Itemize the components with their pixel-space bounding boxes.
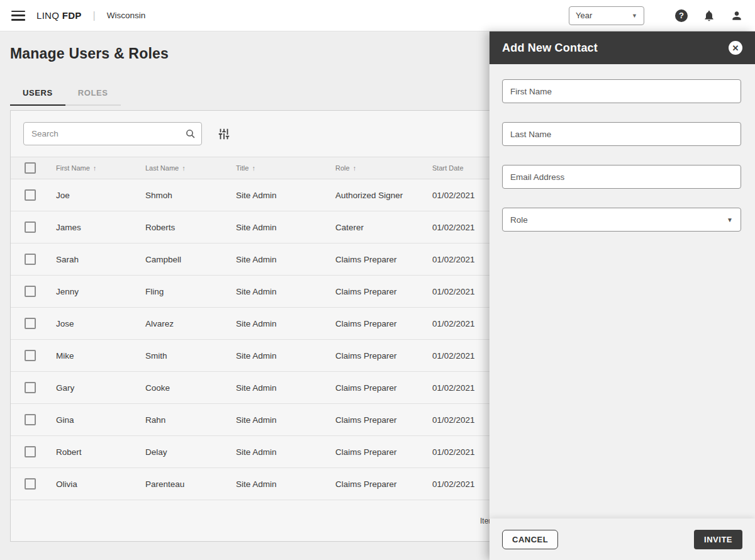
email-address-field[interactable]: [502, 165, 741, 189]
cell-role: Claims Preparer: [335, 287, 432, 296]
help-icon: ?: [675, 9, 688, 22]
tune-icon: [217, 127, 231, 141]
invite-button[interactable]: INVITE: [694, 530, 742, 549]
brand-secondary: FDP: [62, 10, 82, 21]
cell-last-name: Roberts: [145, 223, 236, 232]
cell-role: Claims Preparer: [335, 255, 432, 264]
chevron-down-icon: ▼: [727, 216, 733, 223]
account-button[interactable]: [730, 9, 744, 23]
cell-first-name: Gina: [56, 415, 145, 425]
row-checkbox[interactable]: [25, 478, 36, 490]
year-select-value: Year: [576, 11, 592, 20]
cell-last-name: Delay: [145, 447, 236, 457]
cell-role: Caterer: [335, 223, 432, 232]
cell-last-name: Campbell: [145, 255, 236, 264]
brand-logo: LINQ FDP: [36, 10, 82, 21]
row-checkbox[interactable]: [25, 286, 36, 297]
row-checkbox[interactable]: [25, 318, 36, 329]
column-header-first-name[interactable]: First Name↑: [56, 164, 145, 172]
cell-first-name: Jose: [56, 319, 145, 328]
select-all-checkbox[interactable]: [25, 162, 36, 174]
drawer-footer: CANCEL INVITE: [489, 518, 755, 560]
search-input[interactable]: [23, 122, 202, 145]
tab-roles[interactable]: ROLES: [65, 82, 121, 106]
cell-role: Claims Preparer: [335, 447, 432, 457]
cell-first-name: James: [56, 223, 145, 232]
add-new-contact-drawer: Add New Contact ✕ Role ▼ CANCEL INVITE: [489, 31, 755, 560]
cancel-button[interactable]: CANCEL: [502, 530, 558, 549]
topbar: LINQ FDP | Wisconsin Year ▼ ?: [0, 0, 755, 31]
cell-first-name: Robert: [56, 447, 145, 457]
year-select[interactable]: Year ▼: [569, 6, 644, 25]
row-checkbox[interactable]: [25, 350, 36, 361]
search-icon: [185, 128, 196, 139]
cell-title: Site Admin: [236, 447, 335, 457]
row-checkbox[interactable]: [25, 189, 36, 201]
cell-role: Claims Preparer: [335, 319, 432, 328]
row-checkbox[interactable]: [25, 382, 36, 393]
page-title: Manage Users & Roles: [10, 45, 169, 62]
cell-last-name: Rahn: [145, 415, 236, 425]
drawer-body: Role ▼: [489, 64, 755, 518]
role-select[interactable]: Role ▼: [502, 208, 741, 232]
cell-first-name: Olivia: [56, 479, 145, 489]
cell-first-name: Sarah: [56, 255, 145, 264]
notifications-button[interactable]: [702, 9, 716, 23]
cell-first-name: Joe: [56, 191, 145, 200]
cell-title: Site Admin: [236, 287, 335, 296]
row-checkbox[interactable]: [25, 414, 36, 425]
cell-last-name: Alvarez: [145, 319, 236, 328]
last-name-field[interactable]: [502, 122, 741, 146]
sort-asc-icon: ↑: [353, 164, 357, 172]
cell-first-name: Gary: [56, 383, 145, 393]
cell-title: Site Admin: [236, 479, 335, 489]
chevron-down-icon: ▼: [632, 13, 637, 19]
cell-role: Claims Preparer: [335, 479, 432, 489]
cell-role: Authorized Signer: [335, 191, 432, 200]
person-icon: [730, 9, 743, 22]
column-header-role[interactable]: Role↑: [335, 164, 432, 172]
close-icon[interactable]: ✕: [729, 41, 742, 55]
cell-last-name: Smith: [145, 351, 236, 361]
cell-last-name: Fling: [145, 287, 236, 296]
sort-asc-icon: ↑: [93, 164, 97, 172]
cell-last-name: Cooke: [145, 383, 236, 393]
tabs: USERS ROLES: [10, 82, 121, 106]
sort-asc-icon: ↑: [182, 164, 186, 172]
filter-button[interactable]: [217, 127, 231, 141]
cell-title: Site Admin: [236, 319, 335, 328]
row-checkbox[interactable]: [25, 221, 36, 233]
cell-title: Site Admin: [236, 191, 335, 200]
cell-first-name: Jenny: [56, 287, 145, 296]
first-name-field[interactable]: [502, 79, 741, 103]
cell-title: Site Admin: [236, 223, 335, 232]
sort-asc-icon: ↑: [252, 164, 255, 172]
cell-first-name: Mike: [56, 351, 145, 361]
brand-primary: LINQ: [36, 10, 59, 21]
hamburger-menu-icon[interactable]: [11, 11, 25, 21]
cell-role: Claims Preparer: [335, 383, 432, 393]
role-select-placeholder: Role: [510, 215, 528, 225]
district-name: Wisconsin: [107, 11, 146, 20]
cell-role: Claims Preparer: [335, 351, 432, 361]
bell-icon: [703, 9, 715, 22]
drawer-header: Add New Contact ✕: [489, 31, 755, 64]
help-button[interactable]: ?: [674, 9, 688, 23]
cell-last-name: Shmoh: [145, 191, 236, 200]
cell-title: Site Admin: [236, 415, 335, 425]
cell-title: Site Admin: [236, 351, 335, 361]
row-checkbox[interactable]: [25, 254, 36, 265]
topbar-divider: |: [93, 10, 96, 21]
cell-title: Site Admin: [236, 383, 335, 393]
cell-title: Site Admin: [236, 255, 335, 264]
column-header-title[interactable]: Title↑: [236, 164, 335, 172]
column-header-last-name[interactable]: Last Name↑: [145, 164, 236, 172]
cell-role: Claims Preparer: [335, 415, 432, 425]
row-checkbox[interactable]: [25, 446, 36, 457]
tab-users[interactable]: USERS: [10, 82, 65, 106]
drawer-title: Add New Contact: [502, 42, 598, 55]
cell-last-name: Parenteau: [145, 479, 236, 489]
